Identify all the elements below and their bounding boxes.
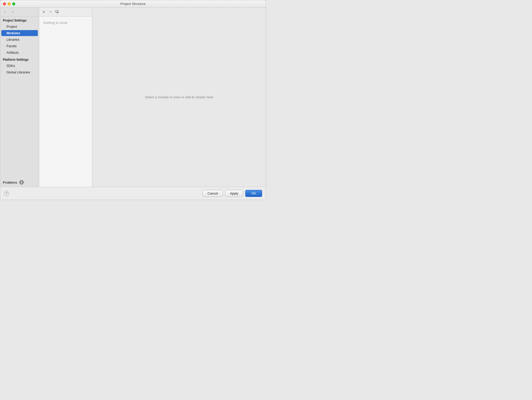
minimize-button[interactable] [8,2,11,5]
sidebar-item-global-libraries[interactable]: Global Libraries [1,69,38,75]
add-module-button[interactable]: + [41,9,47,15]
remove-module-button[interactable]: − [47,9,54,15]
back-arrow-button[interactable]: ← [2,9,8,15]
maximize-button[interactable] [12,2,15,5]
problems-badge: 1 [19,180,24,185]
forward-arrow-button[interactable]: → [10,9,15,15]
help-button[interactable]: ? [4,191,9,196]
sidebar-item-libraries[interactable]: Libraries [1,37,38,43]
sidebar-nav: ← → [0,8,39,17]
project-settings-label: Project Settings [0,17,39,23]
cancel-button[interactable]: Cancel [202,190,223,197]
titlebar-buttons [3,2,15,5]
middle-panel: + − Nothing to show [39,8,92,187]
nothing-to-show-label: Nothing to show [39,17,92,187]
close-button[interactable] [3,2,6,5]
copy-module-button[interactable] [54,9,60,15]
window-title: Project Structure [121,2,146,6]
sidebar-item-project[interactable]: Project [1,24,38,30]
sidebar-item-facets[interactable]: Facets [1,43,38,49]
svg-rect-1 [56,10,58,12]
titlebar: Project Structure [0,0,266,8]
sidebar-item-modules[interactable]: Modules [1,30,38,36]
project-structure-window: Project Structure ← → Project Settings P… [0,0,266,200]
problems-item[interactable]: Problems 1 [0,178,39,187]
empty-state-message: Select a module to view or edit its deta… [145,95,213,99]
bottom-left: ? [4,191,9,196]
bottom-bar: ? Cancel Apply OK [0,187,266,200]
platform-settings-label: Platform Settings [0,56,39,63]
middle-toolbar: + − [39,8,92,17]
main-content: ← → Project Settings Project Modules Lib… [0,8,266,187]
right-panel: Select a module to view or edit its deta… [92,8,266,187]
sidebar-item-sdks[interactable]: SDKs [1,63,38,69]
bottom-right: Cancel Apply OK [202,190,262,197]
sidebar: ← → Project Settings Project Modules Lib… [0,8,39,187]
apply-button[interactable]: Apply [225,190,243,197]
problems-label: Problems [3,181,17,184]
sidebar-item-artifacts[interactable]: Artifacts [1,50,38,56]
ok-button[interactable]: OK [245,190,262,197]
